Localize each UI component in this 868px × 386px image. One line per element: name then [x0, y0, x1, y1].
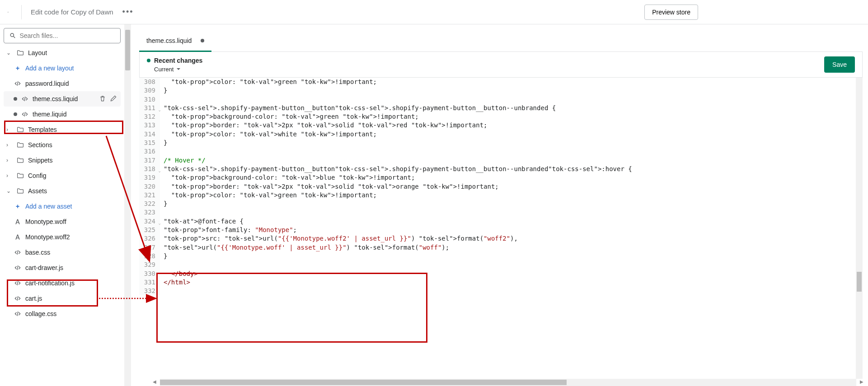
code-line: 328}	[139, 252, 856, 260]
code-line: 319 "tok-prop">background-color: "tok-va…	[139, 173, 856, 182]
file-item[interactable]: theme.liquid	[4, 107, 121, 122]
rename-icon[interactable]	[110, 95, 117, 103]
code-line: 316	[139, 147, 856, 156]
code-line: 311⌄"tok-css-sel">.shopify-payment-butto…	[139, 104, 856, 112]
preview-store-button[interactable]: Preview store	[644, 5, 698, 20]
chevron-right-icon: ›	[6, 157, 13, 163]
folder-sections[interactable]: ›Sections	[4, 137, 121, 153]
file-item[interactable]: base.css	[4, 245, 121, 260]
folder-icon	[16, 187, 24, 195]
add-link[interactable]: +Add a new layout	[4, 60, 121, 76]
chevron-down-icon: ⌄	[6, 188, 13, 194]
item-label: Add a new layout	[25, 65, 74, 72]
folder-icon	[16, 126, 24, 134]
line-number: 324⌄	[139, 217, 160, 226]
line-number: 318⌄	[139, 165, 160, 173]
line-number: 310	[139, 95, 160, 104]
exit-icon	[7, 9, 9, 16]
save-button[interactable]: Save	[824, 56, 855, 73]
file-item[interactable]: password.liquid	[4, 76, 121, 91]
modified-dot-icon	[14, 97, 17, 101]
modified-dot-icon	[14, 112, 17, 116]
code-line: 332	[139, 287, 856, 295]
code-icon	[21, 95, 29, 103]
folder-templates[interactable]: ›Templates	[4, 122, 121, 137]
line-number: 326	[139, 234, 160, 243]
line-number: 314	[139, 130, 160, 139]
font-icon	[14, 218, 22, 226]
line-number: 321	[139, 191, 160, 200]
more-menu[interactable]: •••	[122, 7, 134, 17]
sidebar-scrollbar[interactable]	[124, 24, 131, 386]
file-item[interactable]: Monotype.woff2	[4, 229, 121, 245]
line-number: 317	[139, 156, 160, 165]
code-line: 322}	[139, 200, 856, 208]
line-number: 328	[139, 252, 160, 260]
chevron-right-icon: ›	[6, 172, 13, 179]
line-number: 308	[139, 78, 160, 86]
item-label: theme.liquid	[33, 111, 67, 118]
file-item[interactable]: cart-notification.js	[4, 275, 121, 291]
line-number: 312	[139, 112, 160, 121]
line-number: 316	[139, 147, 160, 156]
search-box[interactable]	[4, 28, 121, 43]
code-line: 309}	[139, 86, 856, 95]
item-label: Monotype.woff2	[25, 233, 70, 241]
file-item[interactable]: collage.css	[4, 306, 121, 321]
add-link[interactable]: +Add a new asset	[4, 199, 121, 214]
editor-horizontal-scrollbar[interactable]	[160, 379, 856, 386]
status-dot-icon	[147, 59, 150, 62]
folder-layout[interactable]: ⌄Layout	[4, 45, 121, 60]
editor-vertical-scrollbar[interactable]	[856, 78, 863, 379]
line-number: 309	[139, 86, 160, 95]
code-editor[interactable]: 308 "tok-prop">color: "tok-val">green "t…	[139, 78, 856, 379]
code-line: 324⌄"tok-at">@font-face {	[139, 217, 856, 226]
line-number: 332	[139, 287, 160, 295]
chevron-down-icon: ⌄	[6, 50, 13, 56]
recent-changes-label: Recent changes	[154, 57, 202, 64]
folder-icon	[16, 172, 24, 180]
file-item[interactable]: cart-drawer.js	[4, 260, 121, 275]
tab-theme-css[interactable]: theme.css.liquid	[139, 32, 211, 52]
folder-config[interactable]: ›Config	[4, 168, 121, 183]
folder-snippets[interactable]: ›Snippets	[4, 153, 121, 168]
item-label: Add a new asset	[25, 203, 72, 210]
code-icon	[14, 279, 22, 287]
line-number: 331	[139, 278, 160, 287]
file-item[interactable]: theme.css.liquid	[4, 91, 121, 107]
item-label: Sections	[28, 141, 52, 149]
code-line: 329	[139, 260, 856, 269]
item-label: collage.css	[25, 310, 56, 317]
code-line: 308 "tok-prop">color: "tok-val">green "t…	[139, 78, 856, 86]
folder-assets[interactable]: ⌄Assets	[4, 183, 121, 199]
code-line: 318⌄"tok-css-sel">.shopify-payment-butto…	[139, 165, 856, 173]
code-line: 330 </body>	[139, 270, 856, 278]
delete-icon[interactable]	[99, 95, 106, 103]
code-line: 325"tok-prop">font-family: "Monotype";	[139, 226, 856, 234]
version-selector[interactable]: Current	[147, 66, 202, 73]
line-number: 320	[139, 182, 160, 191]
file-item[interactable]: Monotype.woff	[4, 214, 121, 229]
top-left: Edit code for Copy of Dawn •••	[7, 5, 134, 19]
file-item[interactable]: cart.js	[4, 291, 121, 306]
code-line: 326"tok-prop">src: "tok-sel">url("{{'Mon…	[139, 234, 856, 243]
line-number: 311⌄	[139, 104, 160, 112]
page-title: Edit code for Copy of Dawn	[31, 8, 113, 16]
code-line: 314 "tok-prop">color: "tok-val">white "t…	[139, 130, 856, 139]
chevron-right-icon: ›	[6, 126, 13, 133]
code-icon	[14, 264, 22, 272]
item-label: Assets	[28, 187, 47, 195]
item-label: Templates	[28, 126, 57, 133]
code-icon	[14, 294, 22, 302]
back-button[interactable]	[7, 5, 22, 19]
item-label: Layout	[28, 49, 47, 56]
item-label: Config	[28, 172, 46, 179]
search-input[interactable]	[19, 32, 115, 39]
code-line: 312 "tok-prop">background-color: "tok-va…	[139, 112, 856, 121]
folder-icon	[16, 141, 24, 149]
folder-icon	[16, 49, 24, 57]
top-bar: Edit code for Copy of Dawn ••• Preview s…	[0, 0, 868, 24]
plus-icon: +	[14, 202, 22, 210]
folder-icon	[16, 156, 24, 164]
code-line: 323	[139, 208, 856, 217]
